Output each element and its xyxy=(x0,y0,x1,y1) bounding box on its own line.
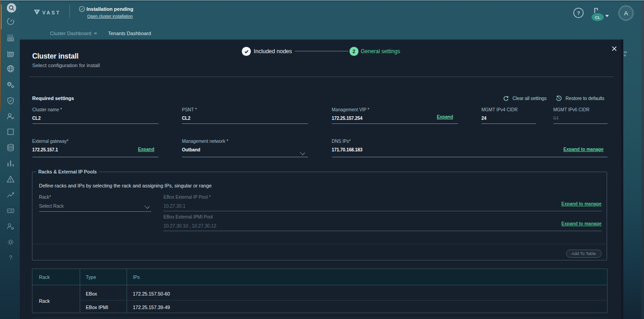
svg-text:VAST: VAST xyxy=(42,10,61,15)
svg-text:CL: CL xyxy=(595,15,600,20)
svg-text:?: ? xyxy=(577,10,580,16)
